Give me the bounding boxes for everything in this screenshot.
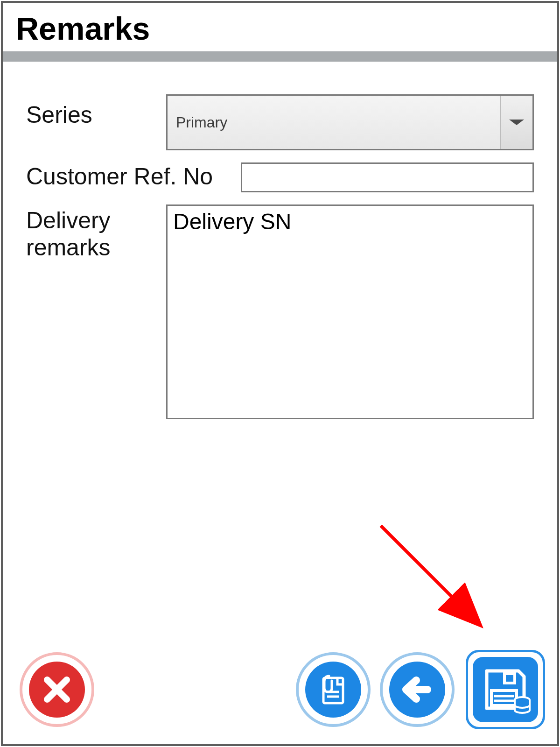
delivery-remarks-textarea[interactable]: Delivery SN [166,204,534,419]
svg-rect-9 [491,691,517,705]
header-divider [3,51,557,62]
remarks-form: Series Primary Customer Ref. No Delivery… [3,62,557,431]
series-row: Series Primary [26,94,534,150]
delivery-remarks-row: Delivery remarks Delivery SN [26,204,534,419]
paperclip-document-icon [305,662,361,718]
cancel-button[interactable] [20,652,94,727]
save-to-database-icon [473,657,538,722]
series-select-value: Primary [176,114,227,131]
delivery-remarks-label: Delivery remarks [26,204,166,261]
customer-ref-label: Customer Ref. No [26,162,241,190]
page-title: Remarks [3,3,557,51]
customer-ref-input[interactable] [241,162,534,192]
close-icon [29,662,85,718]
annotation-arrow-icon [371,516,502,647]
remarks-window: Remarks Series Primary Customer Ref. No … [1,1,559,746]
customer-ref-row: Customer Ref. No [26,162,534,192]
arrow-left-icon [389,662,445,718]
series-label: Series [26,94,166,129]
save-button[interactable] [466,650,545,729]
button-bar [3,645,557,734]
svg-line-1 [381,526,479,624]
series-select-arrow-zone[interactable] [500,96,532,149]
back-button[interactable] [380,652,455,727]
chevron-down-icon [509,120,524,125]
series-select[interactable]: Primary [166,94,534,150]
svg-rect-8 [504,674,515,683]
attachment-button[interactable] [296,652,371,727]
